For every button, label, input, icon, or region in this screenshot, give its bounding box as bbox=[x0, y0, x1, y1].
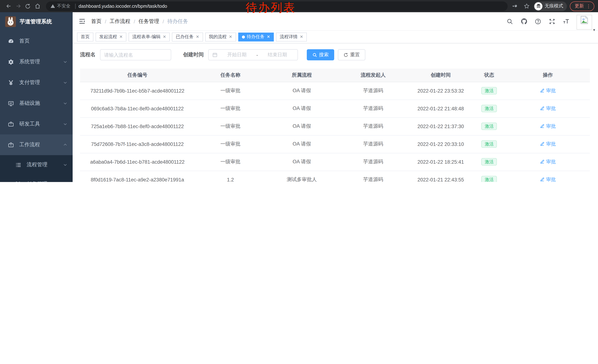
approve-label: 审批 bbox=[546, 123, 556, 129]
created-cell: 2022-01-22 20:33:10 bbox=[409, 135, 473, 153]
close-icon[interactable]: ✕ bbox=[196, 34, 199, 39]
tags-view-bar: 首页发起流程✕流程表单-编辑✕已办任务✕我的流程✕待办任务✕流程详情✕ bbox=[73, 31, 598, 43]
status-badge: 激活 bbox=[481, 140, 497, 148]
end-date-placeholder: 结束日期 bbox=[261, 51, 294, 58]
toolbox-icon bbox=[8, 121, 14, 127]
status-badge: 激活 bbox=[481, 122, 497, 130]
chevron-down-icon bbox=[63, 80, 67, 85]
help-icon[interactable] bbox=[534, 18, 542, 25]
sidebar-item-2[interactable]: 支付管理 bbox=[0, 72, 73, 93]
approve-link[interactable]: 审批 bbox=[540, 87, 556, 94]
avatar-dropdown-icon[interactable]: ▼ bbox=[592, 28, 596, 32]
search-icon[interactable] bbox=[506, 18, 514, 25]
close-icon[interactable]: ✕ bbox=[119, 34, 123, 39]
red-annotation: 待办列表 bbox=[246, 0, 296, 16]
status-badge: 激活 bbox=[481, 176, 497, 182]
table-body: 73211d9d-7b9b-11ec-b5b7-acde48001122一级审批… bbox=[80, 82, 590, 182]
close-icon[interactable]: ✕ bbox=[300, 34, 303, 39]
task-id-cell: 73211d9d-7b9b-11ec-b5b7-acde48001122 bbox=[80, 82, 195, 100]
app-logo-row[interactable]: 芋道管理系统 bbox=[0, 12, 73, 31]
browser-back-icon[interactable] bbox=[4, 1, 13, 11]
browser-home-icon[interactable] bbox=[33, 1, 42, 11]
sidebar-item-5[interactable]: 工作流程 bbox=[0, 134, 73, 155]
status-cell: 激活 bbox=[473, 100, 506, 117]
table-row: 73211d9d-7b9b-11ec-b5b7-acde48001122一级审批… bbox=[80, 82, 590, 100]
process-cell: OA 请假 bbox=[266, 153, 337, 171]
task-id-cell: a6aba0a4-7b6d-11ec-b781-acde48001122 bbox=[80, 153, 195, 171]
column-header: 状态 bbox=[473, 68, 506, 82]
sidebar-item-4[interactable]: 研发工具 bbox=[0, 114, 73, 134]
created-cell: 2022-01-22 23:53:32 bbox=[409, 82, 473, 100]
task-name-cell: 一级审批 bbox=[195, 153, 266, 171]
browser-forward-icon[interactable] bbox=[13, 1, 23, 11]
close-icon[interactable]: ✕ bbox=[267, 34, 270, 39]
sidebar-item-3[interactable]: 基础设施 bbox=[0, 93, 73, 114]
approve-link[interactable]: 审批 bbox=[540, 141, 556, 147]
dashboard-icon bbox=[8, 38, 14, 44]
status-cell: 激活 bbox=[473, 171, 506, 182]
status-cell: 激活 bbox=[473, 135, 506, 153]
browser-menu-icon[interactable]: ⋮ bbox=[586, 3, 591, 9]
breadcrumb-task-mgmt[interactable]: 任务管理 bbox=[139, 18, 159, 25]
workflow-submenu: 流程管理任务管理我的流程待办任务已办任务请假查询 bbox=[0, 155, 73, 182]
github-icon[interactable] bbox=[520, 18, 528, 25]
approve-label: 审批 bbox=[546, 105, 556, 112]
action-cell: 审批 bbox=[506, 135, 590, 153]
approve-link[interactable]: 审批 bbox=[540, 159, 556, 165]
sidebar-item-7[interactable]: 任务管理 bbox=[0, 174, 73, 182]
task-name-cell: 一级审批 bbox=[195, 135, 266, 153]
create-time-label: 创建时间 bbox=[183, 51, 204, 58]
starter-cell: 芋道源码 bbox=[338, 100, 409, 117]
process-cell: OA 请假 bbox=[266, 117, 337, 135]
incognito-icon bbox=[534, 2, 542, 10]
action-cell: 审批 bbox=[506, 117, 590, 135]
bookmark-star-icon[interactable] bbox=[523, 2, 531, 10]
browser-update-button[interactable]: 更新 ⋮ bbox=[570, 1, 594, 11]
user-avatar[interactable]: ▼ bbox=[576, 15, 593, 31]
warning-icon bbox=[50, 4, 55, 8]
reset-button[interactable]: 重置 bbox=[338, 49, 365, 60]
starter-cell: 芋道源码 bbox=[338, 153, 409, 171]
sidebar-collapse-icon[interactable] bbox=[78, 17, 86, 25]
tab-1[interactable]: 发起流程✕ bbox=[96, 32, 126, 41]
column-header: 流程发起人 bbox=[338, 68, 409, 82]
approve-link[interactable]: 审批 bbox=[540, 123, 556, 129]
browser-reload-icon[interactable] bbox=[23, 1, 33, 11]
table-row: 069c6a63-7b8a-11ec-8ef0-acde48001122一级审批… bbox=[80, 100, 590, 117]
tab-0[interactable]: 首页 bbox=[77, 32, 93, 41]
task-name-cell: 一级审批 bbox=[195, 82, 266, 100]
tab-4[interactable]: 我的流程✕ bbox=[205, 32, 236, 41]
app-header: 首页 / 工作流程 / 任务管理 / 待办任务 bbox=[73, 12, 598, 31]
close-icon[interactable]: ✕ bbox=[229, 34, 232, 39]
sidebar-item-0[interactable]: 首页 bbox=[0, 31, 73, 51]
approve-label: 审批 bbox=[546, 176, 556, 182]
sidebar: 芋道管理系统 首页系统管理支付管理基础设施研发工具工作流程流程管理任务管理我的流… bbox=[0, 12, 73, 182]
site-security[interactable]: 不安全 bbox=[50, 3, 79, 9]
incognito-label: 无痕模式 bbox=[545, 3, 563, 9]
tab-6[interactable]: 流程详情✕ bbox=[276, 32, 307, 41]
sidebar-item-1[interactable]: 系统管理 bbox=[0, 51, 73, 72]
starter-cell: 芋道源码 bbox=[338, 135, 409, 153]
date-range-picker[interactable]: 开始日期 - 结束日期 bbox=[208, 49, 298, 60]
tab-3[interactable]: 已办任务✕ bbox=[172, 32, 203, 41]
tab-5[interactable]: 待办任务✕ bbox=[238, 32, 274, 41]
approve-link[interactable]: 审批 bbox=[540, 176, 556, 182]
search-button[interactable]: 搜索 bbox=[307, 49, 334, 60]
password-key-icon[interactable] bbox=[511, 2, 519, 10]
close-icon[interactable]: ✕ bbox=[163, 34, 166, 39]
approve-label: 审批 bbox=[546, 141, 556, 147]
tab-label: 流程详情 bbox=[280, 34, 298, 40]
task-id-cell: 069c6a63-7b8a-11ec-8ef0-acde48001122 bbox=[80, 100, 195, 117]
app-title: 芋道管理系统 bbox=[20, 18, 52, 25]
font-size-icon[interactable] bbox=[562, 18, 570, 25]
process-name-input[interactable] bbox=[100, 49, 171, 60]
status-cell: 激活 bbox=[473, 153, 506, 171]
tab-2[interactable]: 流程表单-编辑✕ bbox=[129, 32, 170, 41]
approve-link[interactable]: 审批 bbox=[540, 105, 556, 112]
breadcrumb-workflow[interactable]: 工作流程 bbox=[110, 18, 130, 25]
table-row: a6aba0a4-7b6d-11ec-b781-acde48001122一级审批… bbox=[80, 153, 590, 171]
sidebar-item-6[interactable]: 流程管理 bbox=[0, 155, 73, 174]
screen: 不安全 dashboard.yudao.iocoder.cn/bpm/task/… bbox=[0, 0, 598, 182]
fullscreen-icon[interactable] bbox=[548, 18, 556, 25]
breadcrumb-home[interactable]: 首页 bbox=[91, 18, 101, 25]
